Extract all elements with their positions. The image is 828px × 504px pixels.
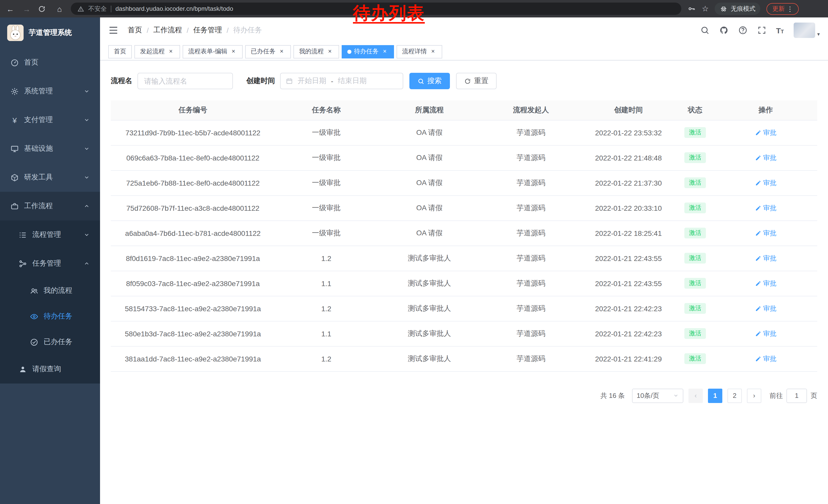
search-icon[interactable] [700,26,709,35]
cell-create-time: 2022-01-21 22:43:55 [581,245,676,271]
approve-link[interactable]: 审批 [755,228,777,238]
page-button-2[interactable]: 2 [728,388,742,403]
cell-task-id: 069c6a63-7b8a-11ec-8ef0-acde48001122 [111,145,275,170]
help-icon[interactable] [738,26,747,35]
view-tab[interactable]: 流程表单-编辑 × [182,45,243,58]
breadcrumb-task-mgmt[interactable]: 任务管理 [194,26,222,35]
approve-link[interactable]: 审批 [755,254,777,263]
tab-label: 已办任务 [251,47,276,56]
yen-icon: ¥ [10,116,19,124]
page-size-select[interactable]: 10条/页 [632,388,683,403]
password-key-icon[interactable] [688,5,696,13]
col-status: 状态 [676,100,714,120]
goto-page-input[interactable] [786,388,807,403]
status-badge: 激活 [685,127,706,138]
reset-button[interactable]: 重置 [456,73,497,89]
search-button[interactable]: 搜索 [409,73,450,89]
approve-link[interactable]: 审批 [755,178,777,187]
font-size-icon[interactable]: TT [776,26,784,35]
view-tab[interactable]: 我的流程 × [293,45,339,58]
breadcrumb-workflow[interactable]: 工作流程 [153,26,182,35]
approve-link[interactable]: 审批 [755,354,777,363]
view-tab[interactable]: 待办任务 × [342,45,394,58]
table-row: 8f059c03-7ac8-11ec-a9e2-a2380e71991a 1.1… [111,271,817,296]
table-row: 73211d9d-7b9b-11ec-b5b7-acde48001122 一级审… [111,120,817,145]
sidebar-item-todo-task[interactable]: 待办任务 [0,304,100,329]
bookmark-star-icon[interactable]: ☆ [702,4,709,13]
calendar-icon [286,78,293,85]
sidebar-item-infra[interactable]: 基础设施 [0,134,100,163]
sidebar-item-payment[interactable]: ¥ 支付管理 [0,106,100,134]
prev-page-button[interactable]: ‹ [689,388,703,403]
approve-link[interactable]: 审批 [755,153,777,162]
cell-create-time: 2022-01-22 21:37:30 [581,170,676,195]
approve-link[interactable]: 审批 [755,304,777,313]
cell-process: 测试多审批人 [378,271,481,296]
fullscreen-icon[interactable] [757,26,766,35]
tab-close-icon[interactable]: × [429,48,437,55]
table-row: 580e1b3d-7ac8-11ec-a9e2-a2380e71991a 1.1… [111,321,817,346]
goto-page: 前往 页 [770,388,817,403]
cell-starter: 芋道源码 [481,221,581,245]
tab-close-icon[interactable]: × [326,48,333,55]
view-tab[interactable]: 发起流程 × [134,45,180,58]
check-circle-icon [30,338,38,346]
date-separator: - [331,77,333,85]
process-name-input[interactable] [137,73,233,89]
app-title: 芋道管理系统 [29,28,72,37]
tab-close-icon[interactable]: × [230,48,237,55]
browser-forward-icon[interactable]: → [22,4,32,13]
view-tab[interactable]: 首页 × [108,45,132,58]
tab-close-icon[interactable]: × [278,48,285,55]
briefcase-icon [10,202,19,211]
sidebar-item-workflow[interactable]: 工作流程 [0,192,100,221]
status-badge: 激活 [685,278,706,289]
page-button-1[interactable]: 1 [708,388,722,403]
cell-process: 测试多审批人 [378,346,481,371]
browser-back-icon[interactable]: ← [5,4,15,13]
sidebar-collapse-icon[interactable] [108,25,119,35]
view-tab[interactable]: 已办任务 × [245,45,291,58]
sidebar-item-system[interactable]: 系统管理 [0,77,100,106]
start-date-placeholder: 开始日期 [297,77,326,86]
cell-starter: 芋道源码 [481,245,581,271]
branch-icon [18,259,27,268]
approve-link[interactable]: 审批 [755,128,777,137]
sidebar-item-label: 已办任务 [44,337,72,347]
cell-task-name: 1.2 [275,245,378,271]
tab-close-icon[interactable]: × [167,48,174,55]
list-icon [18,230,27,239]
user-menu[interactable]: ▾ [794,22,820,38]
page-unit-label: 页 [811,391,817,400]
view-tab[interactable]: 流程详情 × [397,45,442,58]
date-range-picker[interactable]: 开始日期 - 结束日期 [280,73,403,89]
next-page-button[interactable]: › [747,388,761,403]
sidebar-item-done-task[interactable]: 已办任务 [0,329,100,355]
sidebar-item-leave-query[interactable]: 请假查询 [0,355,100,383]
github-icon[interactable] [719,26,728,35]
security-label: 不安全 [88,4,107,13]
sidebar-item-devtools[interactable]: 研发工具 [0,163,100,192]
cell-task-id: 580e1b3d-7ac8-11ec-a9e2-a2380e71991a [111,321,275,346]
pencil-icon [755,205,761,211]
browser-menu-icon[interactable]: ⋮ [787,5,793,12]
update-button[interactable]: 更新 ⋮ [767,3,799,15]
sidebar-item-task-mgmt[interactable]: 任务管理 [0,249,100,278]
cell-task-id: 58154733-7ac8-11ec-a9e2-a2380e71991a [111,296,275,321]
sidebar-item-process-mgmt[interactable]: 流程管理 [0,221,100,249]
sidebar-item-label: 支付管理 [24,116,53,125]
incognito-label: 无痕模式 [731,4,755,13]
sidebar-item-home[interactable]: 首页 [0,48,100,77]
tab-close-icon[interactable]: × [381,48,388,55]
approve-link[interactable]: 审批 [755,329,777,338]
browser-home-icon[interactable]: ⌂ [54,4,65,13]
cell-starter: 芋道源码 [481,170,581,195]
status-badge: 激活 [685,303,706,314]
browser-refresh-icon[interactable] [38,5,48,12]
approve-link[interactable]: 审批 [755,279,777,288]
sidebar-item-my-process[interactable]: 我的流程 [0,278,100,304]
app-logo [7,25,24,41]
breadcrumb-home[interactable]: 首页 [128,26,142,35]
cell-task-id: 75d72608-7b7f-11ec-a3c8-acde48001122 [111,195,275,221]
approve-link[interactable]: 审批 [755,203,777,213]
